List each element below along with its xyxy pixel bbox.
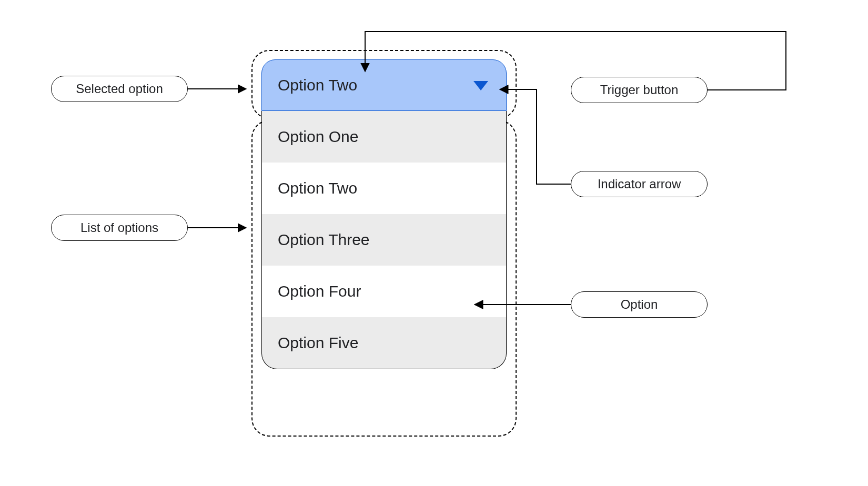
dropdown-option[interactable]: Option One xyxy=(262,111,506,163)
annotation-trigger-button: Trigger button xyxy=(571,77,708,103)
dropdown-option[interactable]: Option Three xyxy=(262,214,506,266)
dropdown-option[interactable]: Option Four xyxy=(262,266,506,317)
annotation-selected-option: Selected option xyxy=(51,76,188,102)
dropdown-listbox[interactable]: Option One Option Two Option Three Optio… xyxy=(261,111,507,369)
dropdown-selected-label: Option Two xyxy=(278,76,357,94)
dropdown-option[interactable]: Option Five xyxy=(262,317,506,369)
dropdown-trigger[interactable]: Option Two xyxy=(261,59,507,111)
annotation-option: Option xyxy=(571,291,708,318)
annotation-indicator-arrow: Indicator arrow xyxy=(571,171,708,197)
chevron-down-icon xyxy=(473,76,488,94)
annotation-list-of-options: List of options xyxy=(51,215,188,241)
svg-marker-0 xyxy=(473,81,488,90)
dropdown-option[interactable]: Option Two xyxy=(262,163,506,214)
